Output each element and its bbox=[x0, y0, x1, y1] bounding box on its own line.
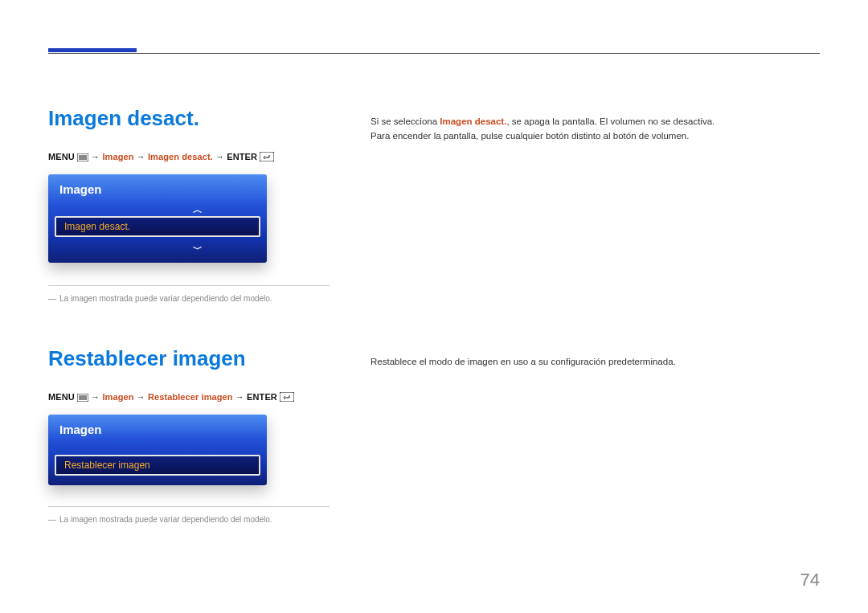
osd-panel: Imagen ︿ Restablecer imagen bbox=[48, 415, 267, 485]
footnote-rule bbox=[48, 285, 330, 286]
footnote-text: La imagen mostrada puede variar dependie… bbox=[59, 294, 272, 303]
description-line-2: Para encender la pantalla, pulse cualqui… bbox=[371, 129, 820, 143]
description-line-1: Si se selecciona Imagen desact., se apag… bbox=[371, 114, 820, 129]
left-column: Imagen desact. MENU → Imagen → Imagen de… bbox=[48, 106, 366, 303]
breadcrumb-imagen: Imagen bbox=[102, 392, 133, 402]
svg-rect-9 bbox=[280, 392, 294, 402]
arrow-icon: → bbox=[215, 152, 227, 161]
osd-selected-row: Restablecer imagen bbox=[55, 455, 260, 476]
enter-icon bbox=[260, 152, 274, 161]
osd-panel: Imagen ︿ Imagen desact. ﹀ bbox=[48, 174, 267, 263]
footnote-rule bbox=[48, 506, 330, 507]
breadcrumb-enter-label: ENTER bbox=[227, 152, 257, 161]
breadcrumb-enter-label: ENTER bbox=[247, 392, 277, 402]
enter-icon bbox=[280, 392, 294, 402]
section-restablecer-imagen: Restablecer imagen MENU → Imagen → Resta… bbox=[48, 346, 820, 524]
arrow-icon: → bbox=[91, 152, 102, 161]
osd-selected-row: Imagen desact. bbox=[55, 216, 260, 237]
horizontal-rule bbox=[48, 53, 820, 54]
footnote-dash: ― bbox=[48, 515, 56, 524]
accent-bar bbox=[48, 48, 137, 52]
section-title: Restablecer imagen bbox=[48, 346, 366, 371]
menu-icon bbox=[77, 394, 88, 402]
manual-page: Imagen desact. MENU → Imagen → Imagen de… bbox=[0, 0, 868, 613]
breadcrumb-target: Imagen desact. bbox=[148, 152, 213, 161]
chevron-up-icon: ︿ bbox=[193, 203, 203, 217]
left-column: Restablecer imagen MENU → Imagen → Resta… bbox=[48, 346, 366, 524]
osd-header: Imagen bbox=[48, 415, 267, 441]
right-column: Si se selecciona Imagen desact., se apag… bbox=[371, 106, 820, 303]
description-line: Restablece el modo de imagen en uso a su… bbox=[371, 354, 820, 369]
breadcrumb-target: Restablecer imagen bbox=[148, 392, 233, 402]
breadcrumb-menu-label: MENU bbox=[48, 392, 75, 402]
chevron-down-icon: ﹀ bbox=[193, 243, 203, 256]
arrow-icon: → bbox=[137, 152, 148, 161]
arrow-icon: → bbox=[137, 392, 148, 402]
footnote: ―La imagen mostrada puede variar dependi… bbox=[48, 515, 366, 524]
desc-text: , se apaga la pantalla. El volumen no se… bbox=[506, 116, 714, 126]
section-title: Imagen desact. bbox=[48, 106, 366, 131]
page-number: 74 bbox=[800, 570, 820, 591]
desc-highlight: Imagen desact. bbox=[440, 116, 506, 126]
osd-header: Imagen bbox=[48, 174, 267, 201]
footnote: ―La imagen mostrada puede variar dependi… bbox=[48, 294, 366, 303]
desc-text: Si se selecciona bbox=[371, 116, 440, 126]
breadcrumb-imagen: Imagen bbox=[102, 152, 133, 161]
section-imagen-desact: Imagen desact. MENU → Imagen → Imagen de… bbox=[48, 74, 820, 303]
breadcrumb: MENU → Imagen → Imagen desact. → ENTER bbox=[48, 152, 366, 161]
arrow-icon: → bbox=[91, 392, 102, 402]
arrow-icon: → bbox=[235, 392, 247, 402]
svg-rect-4 bbox=[260, 152, 274, 161]
breadcrumb-menu-label: MENU bbox=[48, 152, 75, 161]
right-column: Restablece el modo de imagen en uso a su… bbox=[371, 346, 820, 524]
footnote-text: La imagen mostrada puede variar dependie… bbox=[59, 515, 272, 524]
footnote-dash: ― bbox=[48, 294, 56, 303]
breadcrumb: MENU → Imagen → Restablecer imagen → ENT… bbox=[48, 392, 366, 402]
menu-icon bbox=[77, 153, 88, 161]
